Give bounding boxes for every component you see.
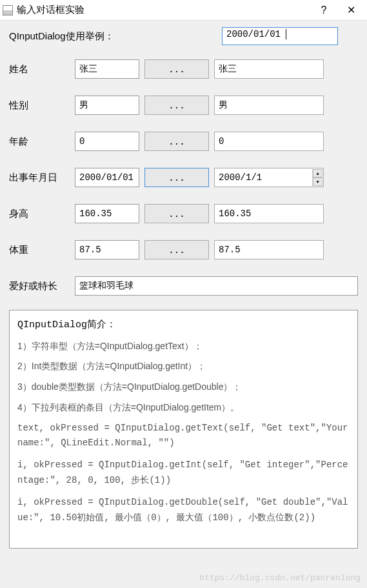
field-output-value: 0 bbox=[219, 136, 224, 147]
watermark: https://blog.csdn.net/panrenlong bbox=[199, 573, 361, 583]
hobby-input[interactable] bbox=[75, 276, 358, 296]
header-row: QInputDialog使用举例： 2000/01/01 bbox=[9, 27, 358, 45]
hobby-row: 爱好或特长 bbox=[9, 276, 358, 296]
field-output-value: 男 bbox=[219, 99, 228, 111]
field-row: 体重...87.5 bbox=[9, 240, 358, 259]
spin-up-icon[interactable]: ▲ bbox=[313, 169, 322, 177]
field-row: 年龄...0 bbox=[9, 132, 358, 151]
field-output-value: 87.5 bbox=[219, 245, 241, 255]
spin-buttons: ▲▼ bbox=[312, 169, 322, 186]
field-output-value: 160.35 bbox=[219, 208, 251, 219]
field-input[interactable] bbox=[75, 240, 139, 259]
ellipsis-button[interactable]: ... bbox=[144, 168, 209, 187]
hobby-label: 爱好或特长 bbox=[9, 280, 75, 292]
field-output[interactable]: 0 bbox=[214, 132, 324, 151]
header-active-input[interactable]: 2000/01/01 bbox=[222, 27, 338, 45]
info-code-block: i, okPressed = QInputDialog.getDouble(se… bbox=[17, 495, 350, 526]
field-output[interactable]: 张三 bbox=[214, 59, 324, 79]
header-active-value: 2000/01/01 bbox=[226, 29, 281, 39]
close-button[interactable]: ✕ bbox=[337, 1, 364, 20]
field-input[interactable] bbox=[75, 59, 139, 79]
field-label: 性别 bbox=[9, 99, 75, 112]
field-label: 年龄 bbox=[9, 136, 75, 148]
info-code-block: i, okPressed = QInputDialog.getInt(self,… bbox=[17, 458, 350, 489]
field-row: 姓名...张三 bbox=[9, 59, 358, 79]
ellipsis-button[interactable]: ... bbox=[144, 240, 209, 259]
field-output[interactable]: 87.5 bbox=[214, 240, 324, 259]
field-input[interactable] bbox=[75, 96, 139, 115]
field-output-value: 张三 bbox=[219, 63, 237, 75]
info-title: QInputDialog简介： bbox=[17, 317, 350, 334]
window-title: 输入对话框实验 bbox=[17, 4, 310, 16]
ellipsis-button[interactable]: ... bbox=[144, 132, 209, 151]
field-input[interactable] bbox=[75, 168, 139, 187]
field-input[interactable] bbox=[75, 132, 139, 151]
info-panel[interactable]: QInputDialog简介： 1）字符串型（方法=QInputDialog.g… bbox=[9, 310, 358, 549]
field-row: 出事年月日...2000/1/1▲▼ bbox=[9, 168, 358, 187]
field-label: 出事年月日 bbox=[9, 172, 75, 184]
info-line: 4）下拉列表框的条目（方法=QInputDialog.getItem）。 bbox=[17, 400, 350, 416]
spin-down-icon[interactable]: ▼ bbox=[313, 177, 322, 186]
field-row: 性别...男 bbox=[9, 96, 358, 115]
field-label: 姓名 bbox=[9, 63, 75, 76]
info-line: 3）double类型数据（方法=QInputDialog.getDouble）； bbox=[17, 380, 350, 395]
dialog-content: QInputDialog使用举例： 2000/01/01 姓名...张三性别..… bbox=[0, 21, 367, 555]
info-line: 1）字符串型（方法=QInputDialog.getText）； bbox=[17, 339, 350, 354]
field-label: 体重 bbox=[9, 244, 75, 256]
field-output-spinbox[interactable]: 2000/1/1▲▼ bbox=[214, 168, 324, 187]
ellipsis-button[interactable]: ... bbox=[144, 96, 209, 115]
titlebar: 输入对话框实验 ? ✕ bbox=[0, 0, 367, 21]
field-output[interactable]: 160.35 bbox=[214, 204, 324, 223]
help-button[interactable]: ? bbox=[310, 1, 337, 20]
ellipsis-button[interactable]: ... bbox=[144, 59, 209, 79]
app-icon bbox=[3, 5, 13, 15]
field-input[interactable] bbox=[75, 204, 139, 223]
field-label: 身高 bbox=[9, 208, 75, 220]
info-line: 2）Int类型数据（方法=QInputDialog.getInt）； bbox=[17, 359, 350, 374]
field-row: 身高...160.35 bbox=[9, 204, 358, 223]
info-code-block: text, okPressed = QInputDialog.getText(s… bbox=[17, 421, 350, 452]
field-output[interactable]: 男 bbox=[214, 96, 324, 115]
header-label: QInputDialog使用举例： bbox=[9, 30, 222, 43]
ellipsis-button[interactable]: ... bbox=[144, 204, 209, 223]
field-output-value: 2000/1/1 bbox=[219, 172, 262, 183]
text-cursor bbox=[281, 29, 286, 39]
